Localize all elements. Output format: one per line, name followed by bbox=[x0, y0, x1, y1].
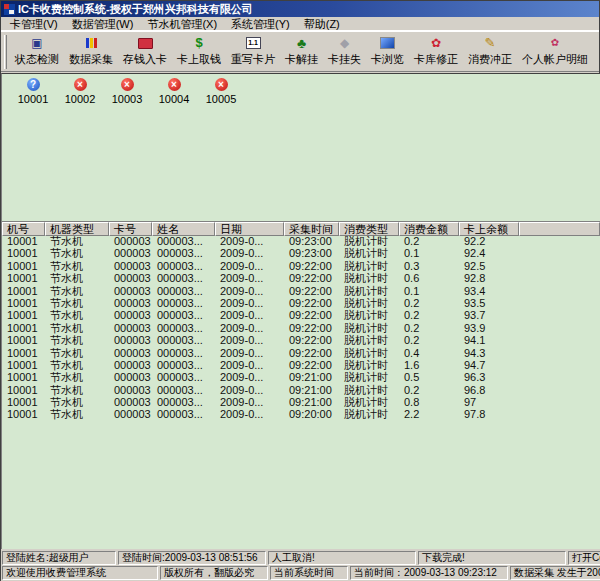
machine-id-label: 10002 bbox=[65, 93, 96, 105]
table-cell: 节水机 bbox=[45, 396, 109, 408]
machine-item-10005[interactable]: ×10005 bbox=[198, 78, 244, 105]
card-db-fix-button[interactable]: 卡库修正 bbox=[410, 34, 462, 68]
table-row[interactable]: 10001节水机000003000003...2009-0...09:21:00… bbox=[2, 384, 600, 396]
table-cell: 09:23:00 bbox=[284, 247, 339, 259]
toolbar-button-label: 个人帐户明细 bbox=[522, 52, 588, 67]
table-cell: 93.4 bbox=[459, 285, 519, 297]
table-cell: 脱机计时 bbox=[339, 334, 399, 346]
card-browse-button[interactable]: 卡浏览 bbox=[367, 34, 408, 68]
status-check-button[interactable]: 状态检测 bbox=[11, 34, 63, 68]
table-row[interactable]: 10001节水机000003000003...2009-0...09:22:00… bbox=[2, 347, 600, 359]
table-row[interactable]: 10001节水机000003000003...2009-0...09:22:00… bbox=[2, 359, 600, 371]
table-cell: 09:21:00 bbox=[284, 371, 339, 383]
table-cell: 2009-0... bbox=[215, 371, 284, 383]
table-row[interactable]: 10001节水机000003000003...2009-0...09:22:00… bbox=[2, 297, 600, 309]
table-cell: 0.1 bbox=[399, 247, 459, 259]
personal-account-icon bbox=[547, 35, 563, 51]
table-cell: 2009-0... bbox=[215, 297, 284, 309]
table-row[interactable]: 10001节水机000003000003...2009-0...09:20:00… bbox=[2, 408, 600, 420]
personal-account-button[interactable]: 个人帐户明细 bbox=[518, 34, 592, 68]
table-row[interactable]: 10001节水机000003000003...2009-0...09:23:00… bbox=[2, 235, 600, 247]
table-cell: 96.8 bbox=[459, 384, 519, 396]
table-cell: 2009-0... bbox=[215, 322, 284, 334]
column-header-0[interactable]: 机号 bbox=[2, 222, 45, 236]
table-cell: 000003... bbox=[152, 334, 215, 346]
table-cell: 脱机计时 bbox=[339, 285, 399, 297]
machine-item-10003[interactable]: ×10003 bbox=[104, 78, 150, 105]
menu-item-4[interactable]: 帮助(Z) bbox=[297, 17, 347, 31]
table-cell: 000003... bbox=[152, 235, 215, 247]
table-cell: 10001 bbox=[2, 371, 45, 383]
rewrite-card-button[interactable]: 重写卡片 bbox=[227, 34, 279, 68]
records-table: 机号机器类型卡号姓名日期采集时间消费类型消费金额卡上余额 10001节水机000… bbox=[2, 221, 600, 421]
column-header-1[interactable]: 机器类型 bbox=[45, 222, 109, 236]
column-header-8[interactable]: 卡上余额 bbox=[459, 222, 519, 236]
table-cell: 脱机计时 bbox=[339, 396, 399, 408]
table-cell: 1.6 bbox=[399, 359, 459, 371]
menu-bar: 卡管理(V)数据管理(W)节水机管理(X)系统管理(Y)帮助(Z) bbox=[1, 17, 599, 31]
table-cell: 0.3 bbox=[399, 260, 459, 272]
table-row[interactable]: 10001节水机000003000003...2009-0...09:22:00… bbox=[2, 272, 600, 284]
table-cell: 节水机 bbox=[45, 408, 109, 420]
table-cell: 09:20:00 bbox=[284, 408, 339, 420]
deposit-card-button[interactable]: 存钱入卡 bbox=[119, 34, 171, 68]
table-cell: 2009-0... bbox=[215, 260, 284, 272]
table-cell: 2009-0... bbox=[215, 347, 284, 359]
card-report-loss-button[interactable]: 卡挂失 bbox=[324, 34, 365, 68]
machine-item-10001[interactable]: ?10001 bbox=[10, 78, 56, 105]
toolbar-button-label: 卡挂失 bbox=[328, 52, 361, 67]
table-row[interactable]: 10001节水机000003000003...2009-0...09:23:00… bbox=[2, 247, 600, 259]
table-cell: 10001 bbox=[2, 384, 45, 396]
table-cell: 000003... bbox=[152, 371, 215, 383]
table-cell: 000003 bbox=[109, 347, 152, 359]
card-unfreeze-button[interactable]: 卡解挂 bbox=[281, 34, 322, 68]
machine-item-10004[interactable]: ×10004 bbox=[151, 78, 197, 105]
table-cell: 09:22:00 bbox=[284, 347, 339, 359]
column-header-3[interactable]: 姓名 bbox=[152, 222, 215, 236]
table-row[interactable]: 10001节水机000003000003...2009-0...09:22:00… bbox=[2, 309, 600, 321]
menu-item-1[interactable]: 数据管理(W) bbox=[65, 17, 141, 31]
table-cell: 09:23:00 bbox=[284, 235, 339, 247]
table-row[interactable]: 10001节水机000003000003...2009-0...09:22:00… bbox=[2, 322, 600, 334]
table-cell: 2009-0... bbox=[215, 309, 284, 321]
table-cell: 000003... bbox=[152, 285, 215, 297]
table-cell: 10001 bbox=[2, 322, 45, 334]
table-cell: 2009-0... bbox=[215, 247, 284, 259]
table-cell: 节水机 bbox=[45, 334, 109, 346]
consume-reverse-button[interactable]: 消费冲正 bbox=[464, 34, 516, 68]
column-header-6[interactable]: 消费类型 bbox=[339, 222, 399, 236]
table-cell: 10001 bbox=[2, 347, 45, 359]
status-copyright: 版权所有，翻版必究 bbox=[160, 566, 268, 580]
menu-item-2[interactable]: 节水机管理(X) bbox=[140, 17, 224, 31]
toolbar-button-label: 数据采集 bbox=[69, 52, 113, 67]
column-header-2[interactable]: 卡号 bbox=[109, 222, 152, 236]
table-cell: 10001 bbox=[2, 247, 45, 259]
withdraw-card-button[interactable]: 卡上取钱 bbox=[173, 34, 225, 68]
machine-item-10002[interactable]: ×10002 bbox=[57, 78, 103, 105]
table-cell: 000003 bbox=[109, 272, 152, 284]
column-header-4[interactable]: 日期 bbox=[215, 222, 284, 236]
toolbar-button-label: 消费冲正 bbox=[468, 52, 512, 67]
table-row[interactable]: 10001节水机000003000003...2009-0...09:22:00… bbox=[2, 260, 600, 272]
table-cell: 000003... bbox=[152, 272, 215, 284]
column-header-5[interactable]: 采集时间 bbox=[284, 222, 339, 236]
table-cell: 000003... bbox=[152, 359, 215, 371]
table-row[interactable]: 10001节水机000003000003...2009-0...09:21:00… bbox=[2, 371, 600, 383]
table-row[interactable]: 10001节水机000003000003...2009-0...09:22:00… bbox=[2, 285, 600, 297]
column-header-7[interactable]: 消费金额 bbox=[399, 222, 459, 236]
help-status-icon: ? bbox=[27, 78, 40, 91]
status-check-icon bbox=[29, 35, 45, 51]
table-cell: 节水机 bbox=[45, 235, 109, 247]
table-cell: 0.2 bbox=[399, 322, 459, 334]
table-row[interactable]: 10001节水机000003000003...2009-0...09:22:00… bbox=[2, 334, 600, 346]
menu-item-3[interactable]: 系统管理(Y) bbox=[224, 17, 297, 31]
table-cell: 000003... bbox=[152, 260, 215, 272]
table-row[interactable]: 10001节水机000003000003...2009-0...09:21:00… bbox=[2, 396, 600, 408]
table-cell: 09:22:00 bbox=[284, 260, 339, 272]
status-download-done: 下载完成! bbox=[418, 551, 566, 565]
error-status-icon: × bbox=[74, 78, 87, 91]
menu-item-0[interactable]: 卡管理(V) bbox=[3, 17, 65, 31]
data-collect-button[interactable]: 数据采集 bbox=[65, 34, 117, 68]
toolbar-gripper[interactable] bbox=[4, 35, 7, 69]
title-bar: IC卡收费控制系统-授权于郑州兴邦科技有限公司 bbox=[1, 1, 599, 17]
